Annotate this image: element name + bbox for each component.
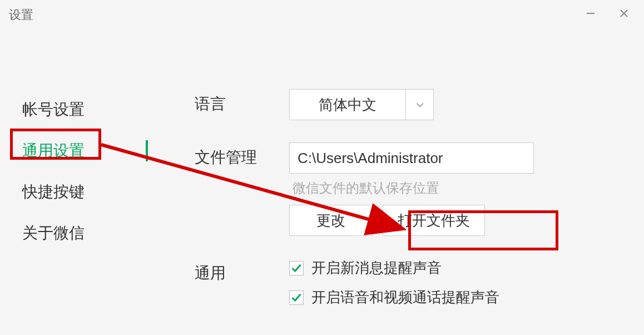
checkbox-label: 开启语音和视频通话提醒声音 — [311, 288, 499, 307]
sidebar-item-label: 帐号设置 — [22, 101, 85, 118]
sidebar-item-label: 快捷按键 — [22, 183, 85, 200]
checkbox-new-message-sound[interactable] — [289, 261, 304, 275]
window-title: 设置 — [9, 3, 33, 23]
file-path-input[interactable]: C:\Users\Administrator — [289, 142, 534, 174]
file-path-help: 微信文件的默认保存位置 — [289, 174, 644, 205]
checkbox-row-new-message-sound: 开启新消息提醒声音 — [289, 258, 644, 278]
open-folder-button[interactable]: 打开文件夹 — [383, 205, 485, 236]
file-path-value: C:\Users\Administrator — [298, 150, 443, 167]
language-value: 简体中文 — [290, 95, 405, 115]
language-label: 语言 — [195, 89, 289, 115]
sidebar-item-shortcut[interactable]: 快捷按键 — [17, 171, 145, 213]
sidebar-item-general[interactable]: 通用设置 — [17, 130, 145, 171]
window-controls — [585, 8, 635, 19]
checkbox-row-call-sound: 开启语音和视频通话提醒声音 — [289, 288, 644, 307]
row-file-manage: 文件管理 C:\Users\Administrator 微信文件的默认保存位置 … — [195, 142, 644, 236]
main-panel: 语言 简体中文 文件管理 C:\Users\Administrator 微信文件… — [145, 89, 644, 335]
sidebar: 帐号设置 通用设置 快捷按键 关于微信 — [0, 89, 145, 335]
close-button[interactable] — [618, 8, 630, 19]
row-language: 语言 简体中文 — [195, 89, 644, 120]
change-button[interactable]: 更改 — [289, 205, 373, 236]
open-folder-button-label: 打开文件夹 — [398, 211, 470, 230]
sidebar-item-label: 关于微信 — [22, 224, 85, 242]
sidebar-item-label: 通用设置 — [22, 142, 85, 159]
chevron-down-icon — [405, 90, 433, 120]
sidebar-item-account[interactable]: 帐号设置 — [17, 89, 145, 130]
language-select[interactable]: 简体中文 — [289, 89, 434, 120]
checkbox-call-sound[interactable] — [289, 290, 304, 305]
content-area: 帐号设置 通用设置 快捷按键 关于微信 语言 简体中文 — [0, 22, 644, 335]
checkbox-label: 开启新消息提醒声音 — [311, 258, 442, 278]
titlebar: 设置 — [0, 0, 644, 22]
file-manage-buttons: 更改 打开文件夹 — [289, 205, 644, 236]
sidebar-item-about[interactable]: 关于微信 — [17, 213, 145, 254]
general-label: 通用 — [195, 258, 289, 284]
minimize-button[interactable] — [585, 8, 596, 19]
file-manage-label: 文件管理 — [195, 142, 289, 168]
active-indicator — [146, 140, 148, 161]
row-general: 通用 开启新消息提醒声音 开启语音和视频通话提醒声音 — [195, 258, 644, 317]
change-button-label: 更改 — [316, 211, 345, 230]
